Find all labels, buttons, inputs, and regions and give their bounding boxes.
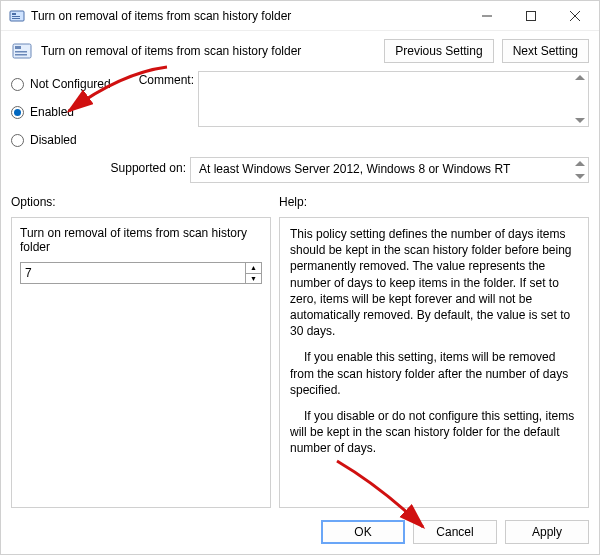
option-setting-label: Turn on removal of items from scan histo… [20, 226, 262, 254]
policy-icon [9, 8, 25, 24]
help-header: Help: [279, 195, 589, 213]
close-icon [570, 11, 580, 21]
radio-label: Not Configured [30, 77, 111, 91]
radio-icon [11, 106, 24, 119]
supported-value: At least Windows Server 2012, Windows 8 … [199, 162, 510, 176]
radio-label: Disabled [30, 133, 77, 147]
policy-editor-window: Turn on removal of items from scan histo… [0, 0, 600, 555]
radio-icon [11, 134, 24, 147]
ok-button[interactable]: OK [321, 520, 405, 544]
split-panes: Options: Turn on removal of items from s… [1, 189, 599, 512]
radio-disabled[interactable]: Disabled [11, 131, 126, 149]
cancel-button[interactable]: Cancel [413, 520, 497, 544]
comment-column: Comment: [134, 71, 589, 149]
spinner-buttons: ▲ ▼ [246, 262, 262, 284]
help-paragraph: This policy setting defines the number o… [290, 226, 578, 339]
svg-rect-10 [15, 51, 27, 53]
help-text-box: This policy setting defines the number o… [279, 217, 589, 508]
radio-enabled[interactable]: Enabled [11, 103, 126, 121]
help-pane: Help: This policy setting defines the nu… [279, 195, 589, 508]
radio-icon [11, 78, 24, 91]
comment-label: Comment: [134, 71, 194, 87]
svg-rect-1 [12, 13, 16, 15]
spinner-down-button[interactable]: ▼ [246, 274, 261, 284]
minimize-button[interactable] [465, 2, 509, 30]
scroll-down-icon[interactable] [575, 174, 585, 179]
svg-rect-11 [15, 54, 27, 56]
svg-rect-2 [12, 16, 20, 17]
previous-setting-button[interactable]: Previous Setting [384, 39, 493, 63]
state-radio-group: Not Configured Enabled Disabled [11, 71, 126, 149]
config-row: Not Configured Enabled Disabled Comment: [1, 71, 599, 153]
options-pane: Options: Turn on removal of items from s… [11, 195, 271, 508]
radio-not-configured[interactable]: Not Configured [11, 75, 126, 93]
titlebar: Turn on removal of items from scan histo… [1, 1, 599, 31]
apply-button[interactable]: Apply [505, 520, 589, 544]
supported-label: Supported on: [11, 157, 186, 175]
spinner-up-button[interactable]: ▲ [246, 263, 261, 274]
svg-rect-3 [12, 18, 20, 19]
options-box: Turn on removal of items from scan histo… [11, 217, 271, 508]
maximize-button[interactable] [509, 2, 553, 30]
close-button[interactable] [553, 2, 597, 30]
header-row: Turn on removal of items from scan histo… [1, 31, 599, 71]
days-input[interactable] [20, 262, 246, 284]
radio-label: Enabled [30, 105, 74, 119]
svg-rect-5 [527, 11, 536, 20]
options-header: Options: [11, 195, 271, 213]
next-setting-button[interactable]: Next Setting [502, 39, 589, 63]
maximize-icon [526, 11, 536, 21]
scroll-down-icon[interactable] [575, 118, 585, 123]
policy-title: Turn on removal of items from scan histo… [41, 44, 301, 58]
help-paragraph: If you disable or do not configure this … [290, 408, 578, 457]
days-spinner: ▲ ▼ [20, 262, 262, 284]
footer: OK Cancel Apply [1, 512, 599, 554]
minimize-icon [482, 11, 492, 21]
scroll-up-icon[interactable] [575, 161, 585, 166]
supported-value-box: At least Windows Server 2012, Windows 8 … [190, 157, 589, 183]
supported-row: Supported on: At least Windows Server 20… [1, 153, 599, 189]
window-title: Turn on removal of items from scan histo… [31, 9, 291, 23]
svg-rect-9 [15, 46, 21, 49]
help-paragraph: If you enable this setting, items will b… [290, 349, 578, 398]
policy-icon [11, 40, 33, 62]
scroll-up-icon[interactable] [575, 75, 585, 80]
comment-textarea[interactable] [198, 71, 589, 127]
